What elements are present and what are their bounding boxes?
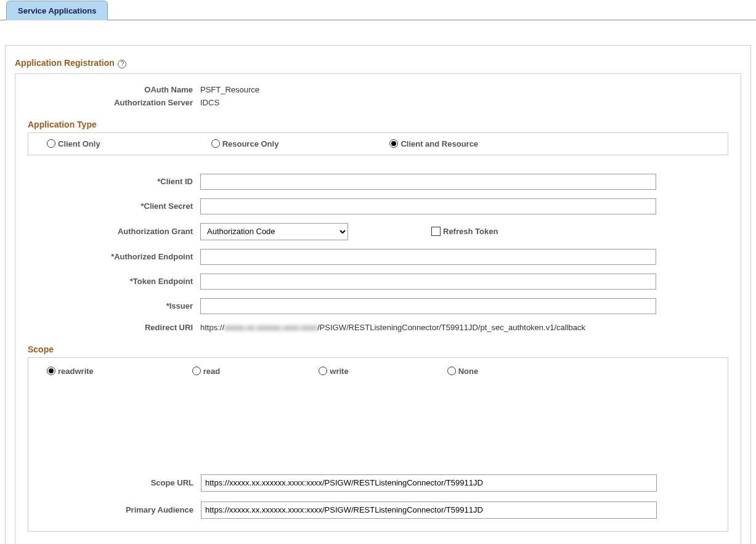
radio-readwrite[interactable]: readwrite: [47, 367, 94, 376]
scope-radio-group: readwrite read write None: [47, 367, 709, 376]
scope-url-input[interactable]: [201, 474, 657, 492]
app-type-title: Application Type: [28, 120, 728, 129]
radio-write[interactable]: write: [319, 367, 348, 376]
issuer-row: *Issuer: [28, 298, 728, 314]
radio-label: Client and Resource: [400, 139, 478, 148]
issuer-label: *Issuer: [28, 301, 200, 311]
scope-box: readwrite read write None Scope URL: [28, 357, 728, 532]
radio-label: write: [330, 367, 348, 376]
app-type-radio-group: Client Only Resource Only Client and Res…: [28, 132, 728, 155]
redirect-uri-row: Redirect URI https://xxxxx.xx.xxxxxx.xxx…: [28, 323, 728, 332]
checkbox-icon: [431, 227, 441, 236]
primary-audience-label: Primary Audience: [47, 505, 201, 514]
radio-icon: [47, 367, 55, 375]
content-box: OAuth Name PSFT_Resource Authorization S…: [15, 73, 741, 544]
scope-title: Scope: [28, 344, 728, 354]
client-id-input[interactable]: [200, 174, 656, 190]
auth-grant-label: Authorization Grant: [28, 227, 200, 236]
radio-icon: [389, 139, 398, 148]
redirect-uri-hidden: xxxxx.xx.xxxxxx.xxxx:xxxx: [224, 323, 317, 332]
radio-label: readwrite: [58, 367, 94, 376]
radio-client-and-resource[interactable]: Client and Resource: [389, 139, 478, 148]
radio-label: Resource Only: [222, 139, 279, 148]
radio-none[interactable]: None: [447, 367, 479, 376]
client-secret-label: *Client Secret: [28, 201, 200, 211]
auth-server-label: Authorization Server: [28, 98, 200, 107]
auth-grant-select[interactable]: Authorization Code: [200, 223, 348, 240]
radio-label: Client Only: [58, 139, 100, 148]
auth-endpoint-row: *Authorized Endpoint: [28, 249, 728, 265]
page-body: Application Registration ? OAuth Name PS…: [5, 45, 751, 544]
primary-audience-input[interactable]: [201, 501, 657, 519]
section-header: Application Registration ?: [15, 58, 741, 68]
client-id-row: *Client ID: [28, 174, 728, 190]
radio-resource-only[interactable]: Resource Only: [211, 139, 279, 148]
radio-icon: [192, 367, 201, 375]
client-secret-input[interactable]: [200, 198, 656, 214]
oauth-name-label: OAuth Name: [28, 85, 200, 94]
radio-read[interactable]: read: [192, 367, 220, 376]
refresh-token-checkbox[interactable]: Refresh Token: [431, 227, 498, 236]
token-endpoint-input[interactable]: [200, 274, 656, 290]
section-title: Application Registration: [15, 58, 115, 68]
tab-bar: Service Applications: [0, 0, 756, 20]
radio-icon: [447, 367, 456, 375]
auth-server-row: Authorization Server IDCS: [28, 98, 728, 107]
redirect-uri-value: https://xxxxx.xx.xxxxxx.xxxx:xxxx/PSIGW/…: [200, 323, 585, 332]
issuer-input[interactable]: [200, 298, 656, 314]
radio-icon: [47, 139, 55, 148]
primary-audience-row: Primary Audience: [47, 501, 709, 519]
help-icon[interactable]: ?: [118, 60, 126, 68]
redirect-uri-suffix: /PSIGW/RESTListeningConnector/T59911JD/p…: [317, 323, 585, 332]
client-id-label: *Client ID: [28, 177, 200, 186]
scope-url-row: Scope URL: [47, 474, 709, 492]
refresh-token-label: Refresh Token: [443, 227, 498, 236]
auth-endpoint-input[interactable]: [200, 249, 656, 265]
oauth-name-value: PSFT_Resource: [200, 85, 259, 94]
oauth-name-row: OAuth Name PSFT_Resource: [28, 85, 728, 94]
redirect-uri-prefix: https://: [200, 323, 224, 332]
radio-client-only[interactable]: Client Only: [47, 139, 100, 148]
token-endpoint-label: *Token Endpoint: [28, 277, 200, 286]
auth-endpoint-label: *Authorized Endpoint: [28, 252, 200, 261]
client-secret-row: *Client Secret: [28, 198, 728, 214]
radio-label: None: [458, 367, 479, 376]
radio-icon: [211, 139, 220, 148]
radio-label: read: [203, 367, 220, 376]
tab-service-applications[interactable]: Service Applications: [6, 1, 108, 20]
auth-grant-row: Authorization Grant Authorization Code R…: [28, 223, 728, 240]
token-endpoint-row: *Token Endpoint: [28, 274, 728, 290]
radio-icon: [319, 367, 327, 375]
auth-server-value: IDCS: [200, 98, 219, 107]
scope-url-label: Scope URL: [47, 478, 201, 487]
redirect-uri-label: Redirect URI: [28, 323, 200, 332]
